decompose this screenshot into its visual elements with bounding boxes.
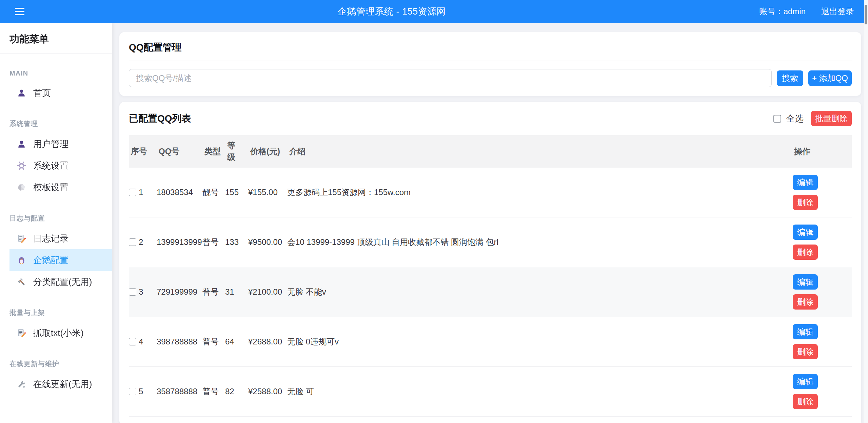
sidebar-section-label: 日志与配置 [9, 214, 102, 223]
row-select-cell: 1 [129, 188, 157, 197]
list-card-title: 已配置QQ列表 [129, 112, 191, 125]
row-checkbox[interactable] [129, 388, 136, 395]
delete-button[interactable]: 删除 [793, 294, 818, 310]
gear-icon [17, 161, 26, 170]
row-actions: 编辑删除 [792, 274, 852, 310]
logout-link[interactable]: 退出登录 [821, 6, 854, 17]
sidebar-nav: MAIN首页系统管理用户管理系统设置模板设置日志与配置日志记录企鹅配置分类配置(… [0, 69, 112, 395]
sidebar-title: 功能菜单 [0, 23, 112, 54]
edit-button[interactable]: 编辑 [793, 274, 818, 290]
table-row: 21399913999普号133¥9500.00会10 13999-13999 … [129, 217, 852, 267]
column-header-label: QQ号 [159, 147, 179, 156]
edit-button[interactable]: 编辑 [793, 324, 818, 339]
search-button[interactable]: 搜索 [777, 70, 803, 86]
sidebar-item-label: 日志记录 [33, 233, 68, 245]
column-header: 价格(元) [248, 146, 287, 157]
sidebar-item-label: 抓取txt(小米) [33, 327, 84, 339]
edit-button[interactable]: 编辑 [793, 225, 818, 240]
sidebar-item-label: 分类配置(无用) [33, 276, 92, 288]
row-level: 155 [225, 188, 248, 197]
column-header-label: 类型 [204, 147, 221, 156]
row-price: ¥155.00 [248, 188, 287, 197]
table-row: 5358788888普号82¥2588.00无脸 可编辑删除 [129, 367, 852, 417]
column-header: 操作 [792, 146, 852, 157]
edit-button[interactable]: 编辑 [793, 374, 818, 389]
table-body: 118038534靓号155¥155.00更多源码上155资源网：155w.co… [129, 168, 852, 417]
row-select-cell: 2 [129, 237, 157, 247]
row-qq: 358788888 [157, 387, 202, 396]
column-header: 等级 [225, 140, 248, 163]
row-price: ¥2688.00 [248, 337, 287, 346]
row-checkbox[interactable] [129, 238, 136, 246]
row-type: 普号 [202, 287, 225, 297]
main-content: QQ配置管理 搜索 + 添加QQ 已配置QQ列表 全选 批量删除 序号QQ号类型… [112, 23, 864, 423]
row-index: 4 [139, 337, 143, 346]
row-index: 1 [139, 188, 143, 197]
sidebar-section-label: MAIN [9, 69, 102, 77]
select-all-checkbox[interactable] [773, 115, 781, 123]
delete-button[interactable]: 删除 [793, 344, 818, 359]
row-checkbox[interactable] [129, 288, 136, 296]
row-checkbox[interactable] [129, 189, 136, 196]
account-label: 账号：admin [759, 6, 806, 17]
qq-list-card: 已配置QQ列表 全选 批量删除 序号QQ号类型等级价格(元)介绍操作 11803… [119, 102, 861, 423]
memo-icon [17, 329, 26, 338]
column-header-label: 操作 [794, 147, 810, 156]
search-row: 搜索 + 添加QQ [129, 69, 852, 87]
column-header: QQ号 [157, 146, 202, 157]
delete-button[interactable]: 删除 [793, 394, 818, 409]
app-title: 企鹅管理系统 - 155资源网 [24, 5, 759, 18]
search-input[interactable] [129, 69, 772, 87]
sidebar-item-home[interactable]: 首页 [9, 82, 112, 104]
sidebar-item-template-settings[interactable]: 模板设置 [9, 176, 112, 198]
sidebar-item-label: 企鹅配置 [33, 254, 68, 266]
row-index: 5 [139, 387, 143, 396]
select-all-label: 全选 [786, 113, 804, 125]
scrollbar-track[interactable] [864, 0, 868, 423]
row-qq: 398788888 [157, 337, 202, 346]
row-qq: 18038534 [157, 188, 202, 197]
topbar: 企鹅管理系统 - 155资源网 账号：admin 退出登录 [0, 0, 864, 23]
qq-config-card: QQ配置管理 搜索 + 添加QQ [119, 32, 861, 96]
add-qq-button[interactable]: + 添加QQ [808, 70, 852, 86]
scrollbar-thumb[interactable] [865, 5, 867, 24]
tools-icon [17, 277, 26, 287]
row-price: ¥2588.00 [248, 387, 287, 396]
sidebar-section-label: 批量与上架 [9, 308, 102, 317]
row-actions: 编辑删除 [792, 324, 852, 359]
sidebar-section-label: 系统管理 [9, 119, 102, 128]
sidebar-item-penguin-config[interactable]: 企鹅配置 [9, 249, 112, 271]
table-header-row: 序号QQ号类型等级价格(元)介绍操作 [129, 135, 852, 168]
sidebar-item-online-update[interactable]: 在线更新(无用) [9, 373, 112, 395]
row-level: 82 [225, 387, 248, 396]
edit-button[interactable]: 编辑 [793, 175, 818, 190]
sidebar-item-label: 系统设置 [33, 160, 68, 172]
topbar-account-area: 账号：admin 退出登录 [759, 6, 854, 17]
sidebar-item-user-management[interactable]: 用户管理 [9, 133, 112, 155]
sidebar-item-category-config[interactable]: 分类配置(无用) [9, 271, 112, 293]
user-icon [17, 88, 26, 98]
row-price: ¥9500.00 [248, 237, 287, 247]
column-header-label: 等级 [227, 140, 236, 163]
qq-table: 序号QQ号类型等级价格(元)介绍操作 118038534靓号155¥155.00… [129, 135, 852, 417]
hamburger-menu-icon[interactable] [15, 6, 24, 17]
row-checkbox[interactable] [129, 338, 136, 345]
column-header-label: 序号 [131, 147, 147, 156]
batch-delete-button[interactable]: 批量删除 [811, 111, 852, 126]
row-actions: 编辑删除 [792, 225, 852, 260]
sidebar-item-system-settings[interactable]: 系统设置 [9, 155, 112, 176]
row-desc: 会10 13999-13999 顶级真山 自用收藏都不错 圆润饱满 包rl [287, 237, 792, 248]
delete-button[interactable]: 删除 [793, 245, 818, 260]
sidebar-item-grab-txt[interactable]: 抓取txt(小米) [9, 322, 112, 344]
row-level: 64 [225, 337, 248, 346]
row-type: 普号 [202, 237, 225, 248]
column-header: 介绍 [287, 146, 792, 157]
row-desc: 更多源码上155资源网：155w.com [287, 187, 792, 198]
sidebar-section-label: 在线更新与维护 [9, 359, 102, 368]
sidebar-item-log-records[interactable]: 日志记录 [9, 228, 112, 249]
delete-button[interactable]: 删除 [793, 195, 818, 210]
row-desc: 无脸 可 [287, 386, 792, 397]
config-card-title: QQ配置管理 [129, 41, 852, 54]
table-row: 3729199999普号31¥2100.00无脸 不能v编辑删除 [129, 267, 852, 317]
row-type: 普号 [202, 386, 225, 397]
